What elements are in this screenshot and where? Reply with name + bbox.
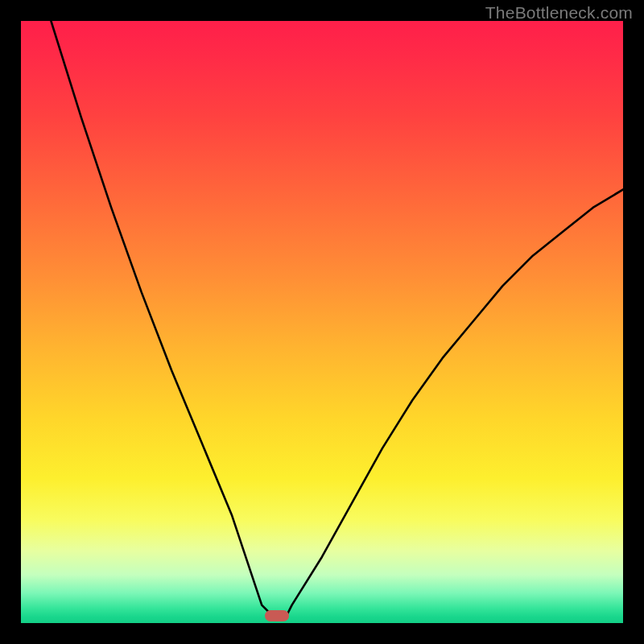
watermark-label: TheBottleneck.com bbox=[485, 3, 633, 23]
plot-area bbox=[21, 21, 623, 623]
chart-stage: TheBottleneck.com bbox=[0, 0, 644, 644]
bottleneck-curve bbox=[21, 21, 623, 623]
curve-path bbox=[51, 21, 623, 617]
optimal-point-marker bbox=[265, 610, 289, 621]
